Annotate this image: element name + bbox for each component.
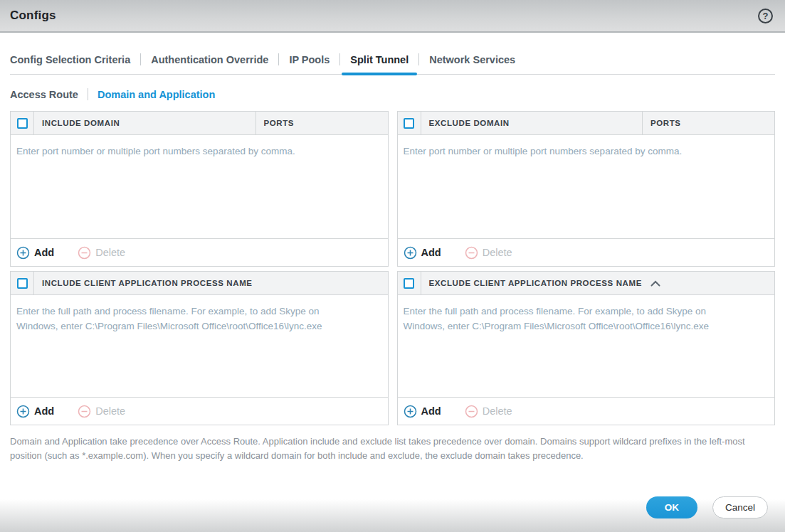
add-button-label: Add (34, 247, 54, 258)
dialog-actions: OK Cancel (646, 496, 768, 518)
include-client-app-footer: Add Delete (11, 397, 388, 425)
exclude-domain-table-body: Enter port number or multiple port numbe… (398, 135, 775, 238)
minus-circle-icon (78, 246, 91, 260)
tab-config-selection-criteria[interactable]: Config Selection Criteria (10, 54, 140, 65)
delete-button-label: Delete (95, 247, 125, 258)
add-button[interactable]: Add (404, 246, 441, 260)
add-button[interactable]: Add (16, 246, 54, 260)
add-button[interactable]: Add (404, 405, 441, 418)
table-placeholder: Enter port number or multiple port numbe… (16, 144, 354, 159)
configs-dialog: Configs ? Config Selection Criteria Auth… (0, 0, 785, 463)
select-all-checkbox[interactable] (17, 118, 28, 129)
delete-button[interactable]: Delete (465, 246, 512, 260)
select-all-checkbox[interactable] (404, 118, 414, 129)
include-client-app-header: INCLUDE CLIENT APPLICATION PROCESS NAME (11, 272, 388, 295)
panels-grid: INCLUDE DOMAIN PORTS Enter port number o… (10, 111, 775, 425)
delete-button[interactable]: Delete (78, 405, 125, 418)
exclude-domain-header: EXCLUDE DOMAIN PORTS (398, 112, 775, 135)
column-header-ports: PORTS (255, 112, 388, 134)
tab-authentication-override[interactable]: Authentication Override (141, 54, 278, 65)
tab-ip-pools[interactable]: IP Pools (279, 54, 339, 65)
checkbox-cell (11, 112, 34, 134)
precedence-footnote: Domain and Application take precedence o… (10, 435, 775, 463)
dialog-content: Config Selection Criteria Authentication… (0, 53, 785, 463)
tab-split-tunnel[interactable]: Split Tunnel (340, 54, 418, 65)
ok-button[interactable]: OK (646, 496, 697, 518)
tab-network-services[interactable]: Network Services (419, 54, 525, 65)
table-placeholder: Enter the full path and process filename… (404, 304, 742, 334)
dialog-title: Configs (10, 9, 56, 23)
add-button-label: Add (34, 405, 54, 417)
add-button[interactable]: Add (16, 405, 54, 418)
help-icon[interactable]: ? (758, 9, 773, 23)
include-client-app-table-body: Enter the full path and process filename… (11, 295, 388, 397)
column-header-label: EXCLUDE CLIENT APPLICATION PROCESS NAME (429, 279, 642, 287)
table-placeholder: Enter the full path and process filename… (16, 304, 354, 334)
exclude-client-app-panel: EXCLUDE CLIENT APPLICATION PROCESS NAME … (397, 271, 776, 425)
tab-bar: Config Selection Criteria Authentication… (10, 53, 775, 75)
column-header-ports: PORTS (642, 112, 774, 134)
minus-circle-icon (465, 405, 478, 418)
exclude-domain-panel: EXCLUDE DOMAIN PORTS Enter port number o… (397, 111, 776, 267)
table-placeholder: Enter port number or multiple port numbe… (404, 144, 742, 159)
include-domain-footer: Add Delete (11, 238, 388, 266)
column-header-include-client-app: INCLUDE CLIENT APPLICATION PROCESS NAME (34, 272, 388, 294)
column-header-include-domain: INCLUDE DOMAIN (34, 112, 255, 134)
exclude-client-app-table-body: Enter the full path and process filename… (398, 295, 775, 397)
exclude-client-app-footer: Add Delete (398, 397, 775, 425)
dialog-titlebar: Configs ? (0, 0, 785, 33)
delete-button-label: Delete (95, 405, 125, 417)
select-all-checkbox[interactable] (404, 278, 414, 289)
select-all-checkbox[interactable] (17, 278, 28, 289)
checkbox-cell (398, 112, 421, 134)
column-header-exclude-domain: EXCLUDE DOMAIN (421, 112, 643, 134)
subtab-access-route[interactable]: Access Route (10, 89, 88, 100)
add-button-label: Add (421, 405, 441, 417)
delete-button-label: Delete (483, 247, 512, 258)
exclude-client-app-header: EXCLUDE CLIENT APPLICATION PROCESS NAME (398, 272, 775, 295)
plus-circle-icon (404, 405, 417, 418)
include-domain-panel: INCLUDE DOMAIN PORTS Enter port number o… (10, 111, 389, 267)
include-domain-header: INCLUDE DOMAIN PORTS (11, 112, 388, 135)
plus-circle-icon (16, 246, 30, 260)
subtab-bar: Access Route Domain and Application (10, 88, 775, 100)
exclude-domain-footer: Add Delete (398, 238, 775, 266)
delete-button[interactable]: Delete (465, 405, 512, 418)
chevron-up-icon[interactable] (650, 280, 660, 287)
column-header-exclude-client-app: EXCLUDE CLIENT APPLICATION PROCESS NAME (421, 272, 775, 294)
minus-circle-icon (78, 405, 91, 418)
checkbox-cell (398, 272, 421, 294)
delete-button-label: Delete (483, 405, 512, 417)
cancel-button[interactable]: Cancel (712, 496, 768, 518)
plus-circle-icon (16, 405, 30, 418)
checkbox-cell (11, 272, 34, 294)
subtab-domain-and-application[interactable]: Domain and Application (88, 89, 224, 100)
add-button-label: Add (421, 247, 441, 258)
include-client-app-panel: INCLUDE CLIENT APPLICATION PROCESS NAME … (10, 271, 389, 425)
minus-circle-icon (465, 246, 478, 260)
plus-circle-icon (404, 246, 417, 260)
include-domain-table-body: Enter port number or multiple port numbe… (11, 135, 388, 238)
delete-button[interactable]: Delete (78, 246, 125, 260)
